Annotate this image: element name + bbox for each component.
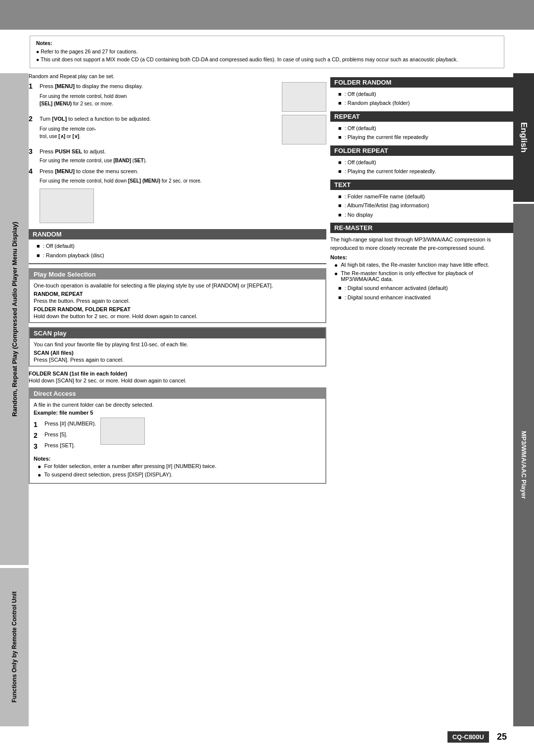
re-master-notes-title: Notes: [330,254,513,260]
step-4-num: 4 [29,167,38,175]
step-1-content: Press [MENU] to display the menu display… [40,82,326,112]
left-strips: Random, Repeat Play (Compressed Audio Pl… [0,73,29,726]
top-banner [0,0,534,30]
step-2-image [282,115,326,144]
notes-title: Notes: [36,40,498,46]
left-label-bottom: Functions Only by Remote Control Unit [0,568,29,726]
note-item-1: ● Refer to the pages 26 and 27 for cauti… [36,48,498,56]
da-step-3-num: 3 [34,442,43,450]
step-2: 2 Turn [VOL] to select a function to be … [29,115,326,144]
scan-play-desc: You can find your favorite file by playi… [34,341,321,347]
da-step-3: 3 Press [SET]. [34,442,96,450]
direct-access-title: Direct Access [30,388,325,399]
folder-repeat-opt-2: ■: Playing the current folder repeatedly… [338,167,513,176]
folder-scan-title: FOLDER SCAN (1st file in each folder) [29,371,326,377]
folder-random-header: FOLDER RANDOM [330,77,513,88]
folder-random-opt-1: ■: Off (default) [338,90,513,98]
da-step-2-num: 2 [34,431,43,439]
re-master-opt-1: ■: Digital sound enhancer activated (def… [338,284,513,292]
random-repeat-desc: Press the button. Press again to cancel. [34,298,321,304]
folder-random-opt-2: ■: Random playback (folder) [338,99,513,107]
step-4-content: Press [MENU] to close the menu screen. F… [40,167,326,225]
repeat-opt-2: ■: Playing the current file repeatedly [338,133,513,142]
da-step-3-text: Press [SET]. [44,442,75,448]
random-opt-2: ■: Random playback (disc) [37,251,326,260]
folder-scan-section: FOLDER SCAN (1st file in each folder) Ho… [29,371,326,383]
random-repeat-intro: Random and Repeat play can be set. [29,73,326,79]
da-image [100,418,145,445]
direct-access-box: Direct Access A file in the current fold… [29,387,326,484]
step-1: 1 Press [MENU] to display the menu displ… [29,82,326,112]
da-step-2-text: Press [5]. [44,431,67,437]
right-column: FOLDER RANDOM ■: Off (default) ■: Random… [330,73,513,726]
right-strips: English MP3/WMA/AAC Player [513,73,534,726]
model-badge: CQ-C800U [447,731,489,743]
step-1-num: 1 [29,82,38,90]
step-2-content: Turn [VOL] to select a function to be ad… [40,115,326,144]
notes-box: Notes: ● Refer to the pages 26 and 27 fo… [30,36,504,68]
scan-play-title: SCAN play [30,328,325,338]
folder-repeat-header: FOLDER REPEAT [330,145,513,156]
text-opt-3: ■: No display [338,211,513,219]
da-step-1-text: Press [#] (NUMBER). [44,421,96,426]
da-note-2: ● To suspend direct selection, press [DI… [38,472,321,478]
repeat-opt-1: ■: Off (default) [338,124,513,133]
step-1-image [282,82,326,112]
random-repeat-title: RANDOM, REPEAT [34,291,321,297]
note-item-2: ● This unit does not support a MIX mode … [36,56,498,64]
folder-random-repeat-desc: Hold down the button for 2 sec. or more.… [34,313,321,319]
step-4-image [40,189,94,223]
folder-random-repeat-title: FOLDER RANDOM, FOLDER REPEAT [34,306,321,312]
direct-access-desc: A file in the current folder can be dire… [34,402,321,408]
page-number: 25 [497,732,507,742]
re-master-note-2: ● The Re-master function is only effecti… [334,270,513,282]
da-step-1-num: 1 [34,421,43,428]
step-3: 3 Press PUSH SEL to adjust. For using th… [29,147,326,165]
play-mode-title: Play Mode Selection [30,269,325,280]
step-3-num: 3 [29,147,38,155]
random-header: RANDOM [29,229,326,239]
scan-all-desc: Press [SCAN]. Press again to cancel. [34,357,321,363]
text-header: TEXT [330,180,513,190]
right-label-mp3: MP3/WMA/AAC Player [513,204,534,726]
da-notes-title: Notes: [34,456,321,462]
play-mode-box: Play Mode Selection One-touch operation … [29,268,326,323]
direct-access-example: Example: file number 5 [34,410,93,416]
text-opt-1: ■: Folder name/File name (default) [338,192,513,201]
folder-repeat-opt-1: ■: Off (default) [338,158,513,167]
scan-all-title: SCAN (All files) [34,350,321,356]
repeat-header: REPEAT [330,111,513,122]
center-column: Random and Repeat play can be set. 1 Pre… [29,73,330,726]
re-master-header: RE-MASTER [330,223,513,233]
text-opt-2: ■: Album/Title/Artist (tag information) [338,201,513,210]
re-master-opt-2: ■: Digital sound enhancer inactivated [338,293,513,302]
re-master-desc: The high-range signal lost through MP3/W… [330,236,513,252]
da-note-1: ● For folder selection, enter a number a… [38,463,321,470]
step-2-num: 2 [29,115,38,123]
folder-scan-desc: Hold down [SCAN] for 2 sec. or more. Hol… [29,378,326,383]
step-4: 4 Press [MENU] to close the menu screen.… [29,167,326,225]
da-step-1: 1 Press [#] (NUMBER). [34,421,96,428]
step-3-content: Press PUSH SEL to adjust. For using the … [40,147,326,165]
play-mode-desc: One-touch operation is available for sel… [34,283,321,288]
re-master-note-1: ● At high bit rates, the Re-master funct… [334,262,513,269]
right-label-english: English [513,73,534,202]
scan-play-box: SCAN play You can find your favorite fil… [29,327,326,367]
random-opt-1: ■: Off (default) [37,242,326,250]
left-label-top: Random, Repeat Play (Compressed Audio Pl… [0,73,29,565]
da-step-2: 2 Press [5]. [34,431,96,439]
